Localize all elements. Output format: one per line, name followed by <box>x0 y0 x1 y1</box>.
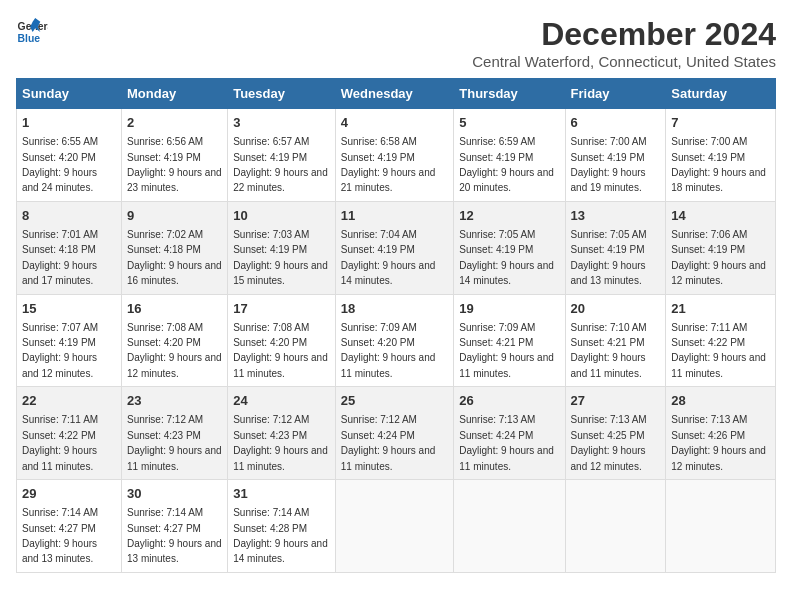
day-info: Sunrise: 7:10 AMSunset: 4:21 PMDaylight:… <box>571 322 647 379</box>
calendar-cell: 21 Sunrise: 7:11 AMSunset: 4:22 PMDaylig… <box>666 294 776 387</box>
day-number: 14 <box>671 207 770 225</box>
day-info: Sunrise: 6:57 AMSunset: 4:19 PMDaylight:… <box>233 136 328 193</box>
day-info: Sunrise: 7:13 AMSunset: 4:25 PMDaylight:… <box>571 414 647 471</box>
day-number: 27 <box>571 392 661 410</box>
day-info: Sunrise: 7:09 AMSunset: 4:21 PMDaylight:… <box>459 322 554 379</box>
calendar-cell <box>666 480 776 573</box>
calendar-cell: 2 Sunrise: 6:56 AMSunset: 4:19 PMDayligh… <box>122 109 228 202</box>
day-info: Sunrise: 7:05 AMSunset: 4:19 PMDaylight:… <box>459 229 554 286</box>
day-info: Sunrise: 7:08 AMSunset: 4:20 PMDaylight:… <box>233 322 328 379</box>
day-number: 8 <box>22 207 116 225</box>
calendar-cell: 15 Sunrise: 7:07 AMSunset: 4:19 PMDaylig… <box>17 294 122 387</box>
calendar-cell <box>454 480 565 573</box>
header-thursday: Thursday <box>454 79 565 109</box>
day-info: Sunrise: 6:56 AMSunset: 4:19 PMDaylight:… <box>127 136 222 193</box>
day-info: Sunrise: 7:03 AMSunset: 4:19 PMDaylight:… <box>233 229 328 286</box>
calendar-cell: 3 Sunrise: 6:57 AMSunset: 4:19 PMDayligh… <box>228 109 336 202</box>
day-number: 21 <box>671 300 770 318</box>
day-info: Sunrise: 7:05 AMSunset: 4:19 PMDaylight:… <box>571 229 647 286</box>
day-number: 1 <box>22 114 116 132</box>
day-number: 2 <box>127 114 222 132</box>
header-sunday: Sunday <box>17 79 122 109</box>
title-area: December 2024 Central Waterford, Connect… <box>472 16 776 70</box>
header-monday: Monday <box>122 79 228 109</box>
day-info: Sunrise: 7:13 AMSunset: 4:26 PMDaylight:… <box>671 414 766 471</box>
day-number: 9 <box>127 207 222 225</box>
day-info: Sunrise: 7:04 AMSunset: 4:19 PMDaylight:… <box>341 229 436 286</box>
calendar-cell: 29 Sunrise: 7:14 AMSunset: 4:27 PMDaylig… <box>17 480 122 573</box>
calendar-cell: 22 Sunrise: 7:11 AMSunset: 4:22 PMDaylig… <box>17 387 122 480</box>
day-info: Sunrise: 7:09 AMSunset: 4:20 PMDaylight:… <box>341 322 436 379</box>
day-info: Sunrise: 7:12 AMSunset: 4:24 PMDaylight:… <box>341 414 436 471</box>
day-info: Sunrise: 7:12 AMSunset: 4:23 PMDaylight:… <box>127 414 222 471</box>
day-number: 30 <box>127 485 222 503</box>
header-friday: Friday <box>565 79 666 109</box>
day-info: Sunrise: 7:07 AMSunset: 4:19 PMDaylight:… <box>22 322 98 379</box>
day-number: 25 <box>341 392 449 410</box>
calendar-cell: 9 Sunrise: 7:02 AMSunset: 4:18 PMDayligh… <box>122 201 228 294</box>
calendar-cell: 16 Sunrise: 7:08 AMSunset: 4:20 PMDaylig… <box>122 294 228 387</box>
calendar-cell <box>565 480 666 573</box>
day-info: Sunrise: 7:14 AMSunset: 4:27 PMDaylight:… <box>127 507 222 564</box>
calendar-cell: 25 Sunrise: 7:12 AMSunset: 4:24 PMDaylig… <box>335 387 454 480</box>
calendar-week-row: 15 Sunrise: 7:07 AMSunset: 4:19 PMDaylig… <box>17 294 776 387</box>
day-info: Sunrise: 7:12 AMSunset: 4:23 PMDaylight:… <box>233 414 328 471</box>
day-number: 18 <box>341 300 449 318</box>
calendar-cell <box>335 480 454 573</box>
logo-icon: General Blue <box>16 16 48 48</box>
day-info: Sunrise: 6:59 AMSunset: 4:19 PMDaylight:… <box>459 136 554 193</box>
day-number: 24 <box>233 392 330 410</box>
header-saturday: Saturday <box>666 79 776 109</box>
day-number: 4 <box>341 114 449 132</box>
day-number: 6 <box>571 114 661 132</box>
day-number: 12 <box>459 207 559 225</box>
svg-text:Blue: Blue <box>18 33 41 44</box>
header-tuesday: Tuesday <box>228 79 336 109</box>
calendar-cell: 30 Sunrise: 7:14 AMSunset: 4:27 PMDaylig… <box>122 480 228 573</box>
page-subtitle: Central Waterford, Connecticut, United S… <box>472 53 776 70</box>
calendar-cell: 23 Sunrise: 7:12 AMSunset: 4:23 PMDaylig… <box>122 387 228 480</box>
calendar-week-row: 22 Sunrise: 7:11 AMSunset: 4:22 PMDaylig… <box>17 387 776 480</box>
header-wednesday: Wednesday <box>335 79 454 109</box>
calendar-cell: 4 Sunrise: 6:58 AMSunset: 4:19 PMDayligh… <box>335 109 454 202</box>
calendar-cell: 31 Sunrise: 7:14 AMSunset: 4:28 PMDaylig… <box>228 480 336 573</box>
day-number: 22 <box>22 392 116 410</box>
day-info: Sunrise: 7:06 AMSunset: 4:19 PMDaylight:… <box>671 229 766 286</box>
day-number: 19 <box>459 300 559 318</box>
calendar-cell: 28 Sunrise: 7:13 AMSunset: 4:26 PMDaylig… <box>666 387 776 480</box>
day-number: 5 <box>459 114 559 132</box>
calendar-week-row: 8 Sunrise: 7:01 AMSunset: 4:18 PMDayligh… <box>17 201 776 294</box>
day-info: Sunrise: 7:08 AMSunset: 4:20 PMDaylight:… <box>127 322 222 379</box>
day-info: Sunrise: 6:58 AMSunset: 4:19 PMDaylight:… <box>341 136 436 193</box>
calendar-cell: 14 Sunrise: 7:06 AMSunset: 4:19 PMDaylig… <box>666 201 776 294</box>
day-number: 15 <box>22 300 116 318</box>
day-info: Sunrise: 7:11 AMSunset: 4:22 PMDaylight:… <box>671 322 766 379</box>
day-number: 13 <box>571 207 661 225</box>
calendar-cell: 17 Sunrise: 7:08 AMSunset: 4:20 PMDaylig… <box>228 294 336 387</box>
day-number: 3 <box>233 114 330 132</box>
day-number: 10 <box>233 207 330 225</box>
calendar-cell: 1 Sunrise: 6:55 AMSunset: 4:20 PMDayligh… <box>17 109 122 202</box>
day-number: 7 <box>671 114 770 132</box>
day-info: Sunrise: 7:02 AMSunset: 4:18 PMDaylight:… <box>127 229 222 286</box>
day-number: 28 <box>671 392 770 410</box>
day-number: 29 <box>22 485 116 503</box>
calendar-cell: 7 Sunrise: 7:00 AMSunset: 4:19 PMDayligh… <box>666 109 776 202</box>
calendar-cell: 10 Sunrise: 7:03 AMSunset: 4:19 PMDaylig… <box>228 201 336 294</box>
calendar-cell: 12 Sunrise: 7:05 AMSunset: 4:19 PMDaylig… <box>454 201 565 294</box>
day-number: 11 <box>341 207 449 225</box>
day-number: 20 <box>571 300 661 318</box>
calendar-table: SundayMondayTuesdayWednesdayThursdayFrid… <box>16 78 776 573</box>
day-number: 31 <box>233 485 330 503</box>
day-number: 17 <box>233 300 330 318</box>
calendar-cell: 13 Sunrise: 7:05 AMSunset: 4:19 PMDaylig… <box>565 201 666 294</box>
day-number: 23 <box>127 392 222 410</box>
day-number: 26 <box>459 392 559 410</box>
day-info: Sunrise: 7:00 AMSunset: 4:19 PMDaylight:… <box>571 136 647 193</box>
day-info: Sunrise: 7:14 AMSunset: 4:28 PMDaylight:… <box>233 507 328 564</box>
day-info: Sunrise: 7:13 AMSunset: 4:24 PMDaylight:… <box>459 414 554 471</box>
calendar-cell: 8 Sunrise: 7:01 AMSunset: 4:18 PMDayligh… <box>17 201 122 294</box>
page-header: General Blue December 2024 Central Water… <box>16 16 776 70</box>
page-title: December 2024 <box>472 16 776 53</box>
calendar-cell: 27 Sunrise: 7:13 AMSunset: 4:25 PMDaylig… <box>565 387 666 480</box>
